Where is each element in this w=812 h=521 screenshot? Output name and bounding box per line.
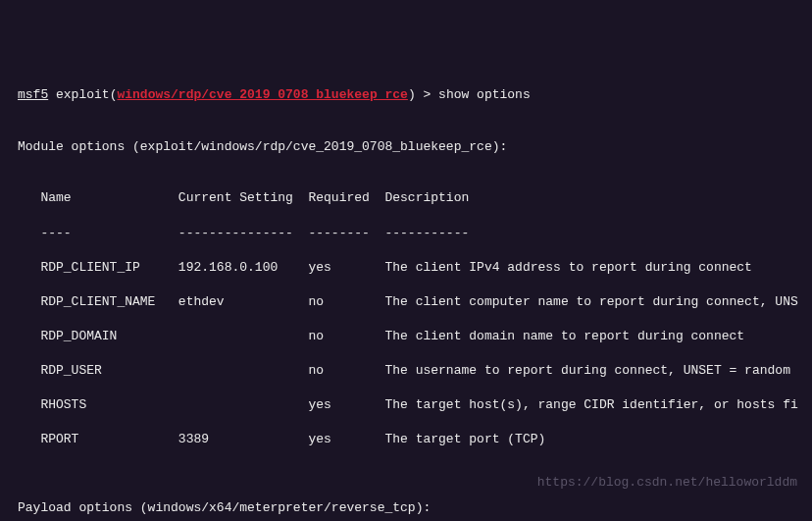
module-row: RHOSTS yes The target host(s), range CID… — [18, 396, 794, 414]
module-columns-header: Name Current Setting Required Descriptio… — [18, 189, 794, 207]
module-row: RDP_CLIENT_IP 192.168.0.100 yes The clie… — [18, 259, 794, 277]
module-row: RDP_DOMAIN no The client domain name to … — [18, 328, 794, 345]
module-row: RDP_USER no The username to report durin… — [18, 362, 794, 380]
watermark-text: https://blog.csdn.net/helloworlddm — [537, 474, 797, 492]
command-show-options: show options — [438, 87, 531, 102]
prompt-prefix: msf5 — [18, 87, 48, 102]
prompt-module: windows/rdp/cve_2019_0708_bluekeep_rce — [117, 87, 407, 102]
module-columns-underline: ---- --------------- -------- ----------… — [18, 225, 794, 242]
prompt-line-1[interactable]: msf5 exploit(windows/rdp/cve_2019_0708_b… — [18, 86, 794, 104]
prompt-suffix: ) > — [408, 87, 438, 102]
module-options-header: Module options (exploit/windows/rdp/cve_… — [18, 138, 794, 156]
prompt-mid: exploit( — [48, 87, 117, 102]
payload-options-header: Payload options (windows/x64/meterpreter… — [18, 499, 794, 517]
module-row: RDP_CLIENT_NAME ethdev no The client com… — [18, 293, 794, 311]
module-row: RPORT 3389 yes The target port (TCP) — [18, 431, 794, 448]
